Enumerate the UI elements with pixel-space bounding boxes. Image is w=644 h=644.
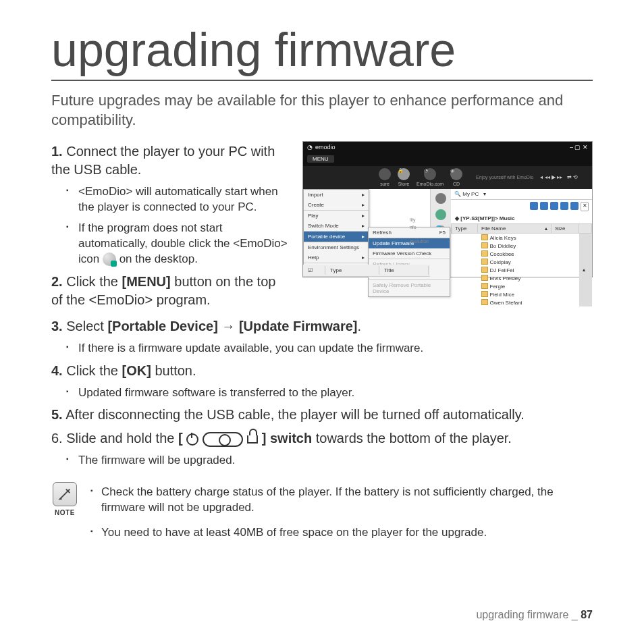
step-3: 3. Select [Portable Device] → [Update Fi… <box>51 317 593 336</box>
step-1: 1. Connect the player to your PC with th… <box>51 142 290 179</box>
step-4: 4. Click the [OK] button. <box>51 362 593 380</box>
right-panel: 🔍 My PC ▾ ✕ ◆ [YP-S3[MTP]]> Music Type F… <box>451 189 592 277</box>
step-1-sub-1: <EmoDio> will automatically start when t… <box>78 184 290 215</box>
brand-label: emodio <box>315 144 336 151</box>
col-type: Type <box>452 223 478 233</box>
window-controls: – ▢ ✕ <box>570 144 588 151</box>
file-table: Type File Name ▴ Size Alicia Keys▴ Bo Di… <box>451 223 592 306</box>
step-6-sub: The firmware will be upgraded. <box>78 453 593 468</box>
note-item-1: Check the battery charge status of the p… <box>101 485 593 516</box>
table-row: Fergie <box>478 282 552 290</box>
slider-icon <box>203 432 243 447</box>
table-row: Coldplay <box>478 258 552 266</box>
note-item-2: You need to have at least 40MB of free s… <box>101 525 593 541</box>
menu-help[interactable]: Help▸ <box>304 252 369 263</box>
submenu-version-check[interactable]: Firmware Version Check <box>369 248 450 259</box>
menu-play[interactable]: Play▸ <box>304 211 369 221</box>
step-1-sub-2: If the program does not start automatica… <box>78 221 290 267</box>
table-row: Cocokbee <box>478 250 552 258</box>
tb-icon <box>540 202 548 210</box>
note-block: NOTE Check the battery charge status of … <box>51 482 593 550</box>
tb-icon <box>560 202 568 210</box>
menu-environment[interactable]: Environment Settings <box>304 242 369 252</box>
tb-icon <box>550 202 558 210</box>
brand-icon: ◔ <box>307 144 313 151</box>
toolbar-cd: ◉CD <box>450 168 462 186</box>
power-hold-switch-icon <box>186 432 258 447</box>
tb-icon <box>530 202 538 210</box>
menu-portable-device[interactable]: Portable device▸ <box>304 232 369 242</box>
menu-switch[interactable]: Switch Mode▸ <box>304 221 369 231</box>
mid-icon-2 <box>435 209 446 220</box>
power-icon <box>186 433 198 446</box>
step-4-sub: Updated firmware software is transferred… <box>78 385 593 401</box>
table-row: Field Mice <box>478 290 552 298</box>
table-row: Elvis Presley <box>478 274 552 282</box>
menu-import[interactable]: Import▸ <box>304 190 369 200</box>
menu-button[interactable]: MENU <box>307 155 334 163</box>
toolbar-site: ◔EmoDio.com <box>417 168 444 186</box>
lock-icon <box>247 435 258 444</box>
peek-column: lity nfo esolution <box>410 216 429 246</box>
app-titlebar: ◔ emodio – ▢ ✕ <box>303 142 592 153</box>
toolbar-sure: sure <box>379 168 391 186</box>
transport-controls: ◂ ◂◂ ▶ ▸▸ ⇄ ⟲ <box>540 174 578 180</box>
submenu-safely-remove: Safely Remove Portable Device <box>369 280 450 296</box>
menu-bar: MENU <box>303 153 592 166</box>
left-panel: Import▸ Create▸ Play▸ Switch Mode▸ Porta… <box>303 189 431 277</box>
close-icon[interactable]: ✕ <box>581 202 589 211</box>
mid-icon-1 <box>435 193 446 204</box>
note-label: NOTE <box>51 509 78 516</box>
table-row: Alicia Keys <box>478 233 552 242</box>
col-size: Size <box>552 223 579 233</box>
app-toolbar: sure 🔒Store ◔EmoDio.com ◉CD Enjoy yourse… <box>303 166 592 189</box>
step-3-sub: If there is a firmware update available,… <box>78 341 593 356</box>
table-row: Gwen Stefani <box>478 298 552 306</box>
left-columns: ☑TypeTitle <box>303 265 430 277</box>
note-icon <box>53 482 77 506</box>
step-5: 5. After disconnecting the USB cable, th… <box>51 406 593 424</box>
location-bar: 🔍 My PC ▾ <box>451 189 592 200</box>
toolbar-store: 🔒Store <box>398 168 410 186</box>
right-toolbar: ✕ <box>451 200 592 213</box>
page-footer: upgrading firmware _ 87 <box>476 609 593 621</box>
tagline: Enjoy yourself with EmoDio <box>476 175 533 180</box>
table-row: Bo Diddley <box>478 242 552 250</box>
emodio-screenshot: ◔ emodio – ▢ ✕ MENU sure 🔒Store ◔EmoDio.… <box>302 141 593 277</box>
main-menu: Import▸ Create▸ Play▸ Switch Mode▸ Porta… <box>303 189 369 274</box>
col-name: File Name ▴ <box>478 223 552 233</box>
page-title: upgrading firmware <box>51 26 593 81</box>
tb-icon <box>570 202 579 210</box>
step-2: 2. Click the [MENU] button on the top of… <box>51 273 290 309</box>
device-path: ◆ [YP-S3[MTP]]> Music <box>451 213 592 223</box>
emodio-desktop-icon <box>103 252 116 266</box>
menu-create[interactable]: Create▸ <box>304 200 369 210</box>
table-row: DJ FeliFel <box>478 266 552 274</box>
step-6: 6. Slide and hold the [ ] switch towards… <box>51 429 593 448</box>
intro-text: Future upgrades may be available for thi… <box>51 90 593 130</box>
